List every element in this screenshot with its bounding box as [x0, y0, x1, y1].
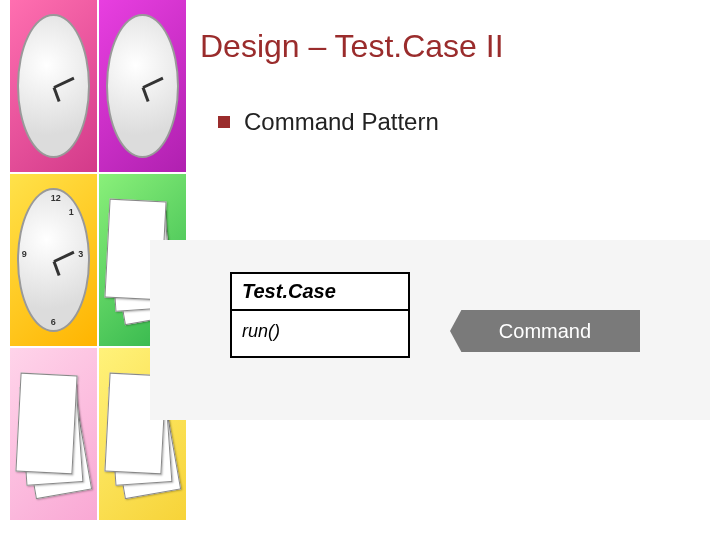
sidebar-tile: [10, 0, 97, 172]
slide: 12 1 3 6 9: [0, 0, 720, 540]
clock-icon: 12 1 3 6 9: [17, 188, 90, 333]
paper-stack-icon: [17, 369, 90, 507]
uml-note: Command: [450, 310, 640, 352]
sidebar-tile: [10, 348, 97, 520]
bullet-item: Command Pattern: [218, 108, 439, 136]
sidebar-tile: [99, 0, 186, 172]
bullet-text: Command Pattern: [244, 108, 439, 136]
sidebar-tile: 12 1 3 6 9: [10, 174, 97, 346]
uml-operation: run(): [232, 311, 408, 356]
uml-class-box: Test.Case run(): [230, 272, 410, 358]
uml-note-label: Command: [499, 320, 591, 343]
uml-diagram: Test.Case run() Command: [150, 240, 710, 420]
bullet-icon: [218, 116, 230, 128]
clock-icon: [106, 14, 179, 159]
clock-icon: [17, 14, 90, 159]
slide-title: Design – Test.Case II: [200, 28, 504, 65]
uml-class-name: Test.Case: [232, 274, 408, 311]
